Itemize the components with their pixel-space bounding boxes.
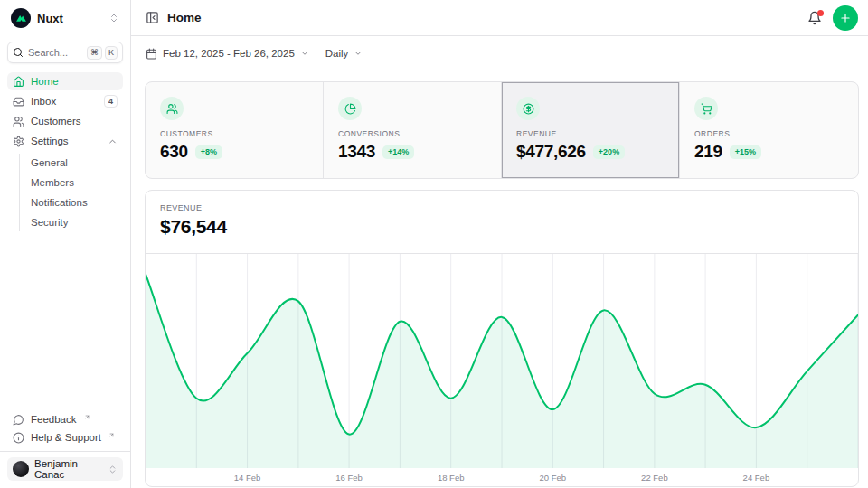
chevron-up-down-icon xyxy=(108,13,119,23)
stat-card-customers[interactable]: CUSTOMERS 630 +8% xyxy=(146,82,324,178)
kbd-k-key: K xyxy=(105,46,118,60)
svg-text:18 Feb: 18 Feb xyxy=(438,473,465,483)
stat-label: CONVERSIONS xyxy=(338,129,486,138)
add-button[interactable] xyxy=(833,5,858,31)
stat-card-orders[interactable]: ORDERS 219 +15% xyxy=(680,82,858,178)
stat-delta-badge: +20% xyxy=(593,145,625,159)
workspace-switcher[interactable]: Nuxt xyxy=(7,0,123,36)
dashboard-app: Nuxt Search... ⌘ K Home Inbox 4 Cu xyxy=(0,0,868,488)
chart-header: REVENUE $76,544 xyxy=(146,191,858,254)
period-label: Daily xyxy=(326,48,349,59)
chart-current-value: $76,544 xyxy=(160,216,844,238)
stat-delta-badge: +8% xyxy=(195,145,222,159)
stat-value: 219 xyxy=(694,142,722,162)
stat-value: 630 xyxy=(160,142,188,162)
header-actions xyxy=(807,5,858,31)
search-placeholder: Search... xyxy=(28,47,68,58)
notification-dot xyxy=(817,10,824,16)
user-name: Benjamin Canac xyxy=(34,458,102,480)
sub-item-label: General xyxy=(31,157,68,168)
sidebar-item-label: Home xyxy=(31,76,59,87)
user-menu-button[interactable]: Benjamin Canac xyxy=(7,457,123,481)
sidebar-collapse-button[interactable] xyxy=(146,11,159,24)
panel-left-close-icon xyxy=(146,11,159,24)
chart-title: REVENUE xyxy=(160,203,844,212)
svg-text:24 Feb: 24 Feb xyxy=(743,473,770,483)
stat-delta-badge: +15% xyxy=(730,145,761,159)
date-range-button[interactable]: Feb 12, 2025 - Feb 26, 2025 xyxy=(146,48,309,60)
sidebar-footer: Feedback Help & Support Benjamin Canac xyxy=(7,410,123,488)
chat-bubble-icon xyxy=(13,414,24,426)
kbd-meta-key: ⌘ xyxy=(87,46,102,60)
stat-card-revenue[interactable]: REVENUE $477,626 +20% xyxy=(502,82,680,178)
search-shortcut: ⌘ K xyxy=(87,46,118,60)
sidebar-item-settings[interactable]: Settings xyxy=(7,132,123,150)
svg-text:22 Feb: 22 Feb xyxy=(641,473,668,483)
footer-link-label: Feedback xyxy=(31,414,77,425)
sub-item-label: Notifications xyxy=(31,197,88,208)
filters-toolbar: Feb 12, 2025 - Feb 26, 2025 Daily xyxy=(131,37,868,70)
revenue-chart-card: REVENUE $76,544 14 Feb16 Feb18 Feb20 Feb… xyxy=(145,190,859,487)
inbox-icon xyxy=(13,96,24,108)
sidebar-item-security[interactable]: Security xyxy=(20,213,123,231)
inbox-count-badge: 4 xyxy=(104,95,118,108)
period-select[interactable]: Daily xyxy=(326,48,363,59)
users-icon xyxy=(13,116,24,127)
dollar-circle-icon xyxy=(516,97,540,120)
sidebar-nav: Home Inbox 4 Customers Settings General … xyxy=(7,72,123,231)
main-header: Home xyxy=(131,0,868,36)
feedback-link[interactable]: Feedback xyxy=(7,410,123,428)
workspace-name: Nuxt xyxy=(37,12,63,25)
user-avatar xyxy=(13,461,29,477)
plus-icon xyxy=(839,12,852,24)
sidebar-item-customers[interactable]: Customers xyxy=(7,112,123,130)
sub-item-label: Members xyxy=(31,177,74,188)
sidebar-item-label: Inbox xyxy=(31,96,56,107)
svg-text:16 Feb: 16 Feb xyxy=(335,473,363,483)
sidebar-item-label: Settings xyxy=(31,136,69,146)
stat-label: ORDERS xyxy=(694,129,844,138)
search-icon xyxy=(13,47,24,58)
gear-icon xyxy=(13,136,24,147)
svg-text:14 Feb: 14 Feb xyxy=(234,473,261,483)
user-menu-row: Benjamin Canac xyxy=(0,451,130,488)
users-icon xyxy=(160,97,184,120)
external-link-icon xyxy=(108,432,115,438)
notifications-button[interactable] xyxy=(807,11,822,25)
search-input[interactable]: Search... ⌘ K xyxy=(7,42,123,63)
sidebar-item-inbox[interactable]: Inbox 4 xyxy=(7,92,123,110)
stat-label: CUSTOMERS xyxy=(160,129,308,138)
chevron-down-icon xyxy=(300,49,309,58)
revenue-area-chart[interactable]: 14 Feb16 Feb18 Feb20 Feb22 Feb24 Feb xyxy=(146,254,858,486)
stats-panel: CUSTOMERS 630 +8% CONVERSIONS 1343 +14% … xyxy=(145,81,859,179)
cart-icon xyxy=(694,97,718,120)
external-link-icon xyxy=(84,414,90,420)
help-support-link[interactable]: Help & Support xyxy=(7,428,123,446)
sidebar-item-general[interactable]: General xyxy=(20,154,123,172)
stat-delta-badge: +14% xyxy=(382,145,414,159)
sub-item-label: Security xyxy=(31,217,69,228)
chevron-up-down-icon xyxy=(108,465,118,474)
sidebar-item-home[interactable]: Home xyxy=(7,72,123,90)
info-circle-icon xyxy=(13,432,24,444)
sidebar-item-label: Customers xyxy=(31,116,81,127)
calendar-icon xyxy=(146,48,157,60)
chevron-down-icon xyxy=(354,49,363,58)
page-title: Home xyxy=(167,11,202,24)
footer-link-label: Help & Support xyxy=(31,432,101,443)
chevron-up-icon xyxy=(108,136,118,146)
nuxt-logo-icon xyxy=(11,8,31,28)
stat-value: 1343 xyxy=(338,142,375,162)
date-range-label: Feb 12, 2025 - Feb 26, 2025 xyxy=(163,48,295,59)
home-icon xyxy=(13,76,24,88)
stat-value: $477,626 xyxy=(516,142,586,162)
stat-label: REVENUE xyxy=(516,129,665,138)
pie-chart-icon xyxy=(338,97,362,120)
sidebar-item-members[interactable]: Members xyxy=(20,174,123,192)
stat-card-conversions[interactable]: CONVERSIONS 1343 +14% xyxy=(324,82,502,178)
sidebar: Nuxt Search... ⌘ K Home Inbox 4 Cu xyxy=(0,0,131,488)
svg-text:20 Feb: 20 Feb xyxy=(540,473,567,483)
sidebar-item-notifications[interactable]: Notifications xyxy=(20,193,123,211)
settings-submenu: General Members Notifications Security xyxy=(19,154,123,231)
